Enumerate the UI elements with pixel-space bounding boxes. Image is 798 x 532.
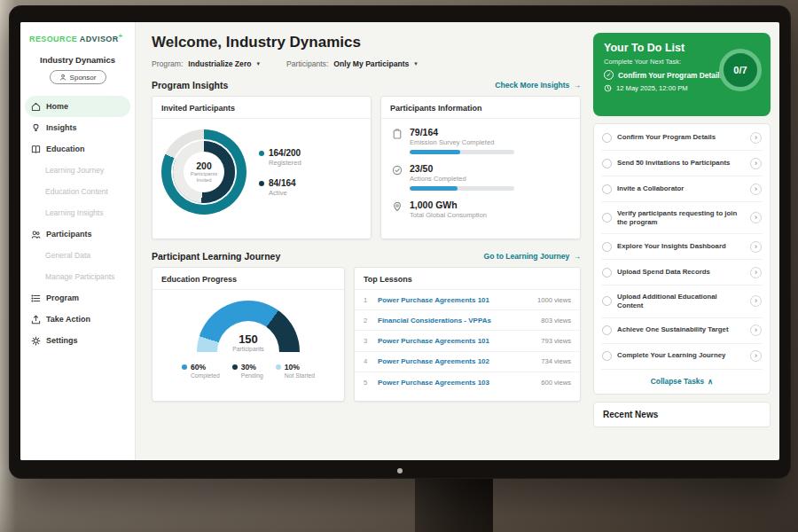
todo-panel: Your To Do List Complete Your Next Task:…: [591, 22, 779, 460]
sidebar-item-label: Education: [46, 145, 85, 153]
participants-filter-value[interactable]: Only My Participants: [333, 59, 409, 68]
sidebar-item-education[interactable]: Education: [20, 138, 135, 160]
task-row[interactable]: Confirm Your Program Details ›: [601, 125, 763, 151]
stat-global-consumption: 1,000 GWh Total Global Consumption: [392, 200, 569, 219]
task-checkbox[interactable]: [602, 268, 612, 278]
task-row[interactable]: Upload Additional Educational Content ›: [601, 286, 763, 317]
sidebar-item-settings[interactable]: Settings: [20, 330, 135, 351]
clipboard-icon: [392, 129, 403, 139]
task-row[interactable]: Invite a Collaborator ›: [601, 176, 763, 202]
go-to-learning-journey-link[interactable]: Go to Learning Journey →: [483, 252, 581, 261]
chevron-up-icon: ∧: [708, 377, 713, 386]
lesson-row[interactable]: 1 Power Purchase Agreements 101 1000 vie…: [355, 290, 580, 310]
chevron-down-icon[interactable]: ▾: [414, 60, 418, 67]
lesson-row[interactable]: 5 Power Purchase Agreements 103 600 view…: [355, 372, 580, 393]
task-row[interactable]: Explore Your Insights Dashboard ›: [601, 234, 763, 260]
chevron-right-icon[interactable]: ›: [750, 325, 762, 336]
lesson-row[interactable]: 4 Power Purchase Agreements 102 734 view…: [355, 352, 580, 372]
sponsor-badge-label: Sponsor: [70, 74, 97, 82]
task-row[interactable]: Achieve One Sustainability Target ›: [601, 318, 763, 344]
task-checkbox[interactable]: [602, 351, 612, 361]
task-checkbox[interactable]: [602, 184, 612, 194]
sidebar-item-insights[interactable]: Insights: [20, 117, 135, 138]
chevron-right-icon[interactable]: ›: [750, 267, 762, 278]
chevron-right-icon[interactable]: ›: [750, 212, 762, 223]
arrow-right-icon: →: [573, 252, 581, 261]
lesson-rank: 1: [364, 296, 372, 304]
legend-label: Not Started: [285, 372, 315, 379]
sidebar-item-label: Education Content: [45, 187, 108, 196]
logo-text-secondary: ADVISOR: [80, 35, 119, 43]
lesson-title-link[interactable]: Power Purchase Agreements 103: [378, 379, 535, 387]
program-filter-value[interactable]: Industrialize Zero: [188, 59, 251, 68]
todo-progress-ring: 0/7: [719, 49, 762, 91]
check-circle-icon: [392, 165, 403, 176]
sidebar-item-participants[interactable]: Participants: [20, 223, 135, 245]
task-checkbox[interactable]: [602, 133, 612, 143]
chevron-right-icon[interactable]: ›: [750, 184, 762, 195]
sidebar-item-program[interactable]: Program: [20, 287, 135, 309]
chevron-right-icon[interactable]: ›: [750, 132, 762, 144]
stat-emission-survey: 79/164 Emission Survey Completed: [392, 127, 569, 154]
legend-dot: [182, 364, 187, 370]
card-title: Invited Participants: [153, 97, 371, 119]
legend-item-active: 84/164 Active: [259, 178, 301, 197]
chevron-right-icon[interactable]: ›: [750, 241, 762, 253]
program-insights-header: Program Insights Check More Insights →: [152, 80, 581, 90]
donut-center-value: 200: [196, 160, 212, 171]
participants-filter-label: Participants:: [286, 59, 328, 68]
sidebar-item-label: Home: [46, 102, 68, 111]
page-title: Welcome, Industry Dynamics: [152, 34, 581, 51]
task-checkbox[interactable]: [602, 296, 612, 306]
check-more-insights-link[interactable]: Check More Insights →: [495, 81, 581, 90]
book-icon: [31, 145, 41, 154]
lesson-title-link[interactable]: Financial Considerations - VPPAs: [378, 317, 535, 325]
legend-label: Pending: [241, 372, 263, 379]
sidebar-item-take-action[interactable]: Take Action: [20, 309, 135, 330]
lesson-row[interactable]: 3 Power Purchase Agreements 101 793 view…: [355, 331, 580, 351]
task-row[interactable]: Verify participants requesting to join t…: [601, 202, 763, 234]
insights-cards-row: Invited Participants 200 Participants In…: [152, 96, 581, 239]
stat-label: Total Global Consumption: [410, 211, 487, 219]
logo-text-primary: RESOURCE: [29, 35, 77, 43]
logo-plus: +: [119, 32, 123, 40]
sponsor-badge[interactable]: Sponsor: [50, 70, 106, 84]
learning-journey-header: Participant Learning Journey Go to Learn…: [152, 251, 581, 262]
sidebar-item-label: Manage Participants: [45, 272, 114, 281]
legend-dot: [232, 364, 238, 370]
task-checkbox[interactable]: [602, 159, 612, 168]
chevron-right-icon[interactable]: ›: [750, 350, 762, 362]
chevron-right-icon[interactable]: ›: [750, 295, 762, 307]
app-logo[interactable]: RESOURCE ADVISOR+: [20, 22, 135, 43]
lesson-title-link[interactable]: Power Purchase Agreements 101: [378, 296, 531, 304]
lesson-row[interactable]: 2 Financial Considerations - VPPAs 803 v…: [355, 310, 580, 331]
sidebar: RESOURCE ADVISOR+ Industry Dynamics Spon…: [20, 22, 136, 460]
legend-item-pending: 30% Pending: [232, 363, 263, 379]
collapse-tasks-link[interactable]: Collapse Tasks ∧: [601, 370, 763, 393]
sidebar-item-learning-insights[interactable]: Learning Insights: [20, 202, 135, 223]
task-row[interactable]: Complete Your Learning Journey ›: [601, 344, 763, 370]
chevron-right-icon[interactable]: ›: [750, 158, 762, 169]
sidebar-item-home[interactable]: Home: [25, 96, 130, 117]
sidebar-item-education-content[interactable]: Education Content: [20, 181, 135, 202]
task-checkbox[interactable]: [602, 213, 612, 223]
sidebar-item-general-data[interactable]: General Data: [20, 245, 135, 266]
photo-background: RESOURCE ADVISOR+ Industry Dynamics Spon…: [0, 0, 798, 532]
todo-due-date: 12 May 2025, 12:00 PM: [616, 84, 688, 92]
sidebar-item-label: General Data: [45, 251, 90, 260]
sidebar-item-learning-journey[interactable]: Learning Journey: [20, 160, 135, 181]
task-row[interactable]: Send 50 Invitations to Participants ›: [601, 151, 763, 176]
lesson-rank: 3: [364, 337, 372, 345]
lesson-title-link[interactable]: Power Purchase Agreements 101: [378, 337, 535, 345]
task-row[interactable]: Upload Spend Data Records ›: [601, 260, 763, 286]
sidebar-item-manage-participants[interactable]: Manage Participants: [20, 266, 135, 287]
list-icon: [31, 293, 41, 303]
legend-label: Registered: [269, 159, 301, 167]
chevron-down-icon[interactable]: ▾: [257, 60, 261, 67]
task-checkbox[interactable]: [602, 325, 612, 335]
lesson-title-link[interactable]: Power Purchase Agreements 102: [378, 357, 535, 365]
upload-icon: [31, 315, 41, 325]
task-checkbox[interactable]: [602, 242, 612, 252]
participants-information-card: Participants Information 79/164 Emission…: [380, 96, 581, 239]
legend-value: 60%: [191, 363, 220, 372]
